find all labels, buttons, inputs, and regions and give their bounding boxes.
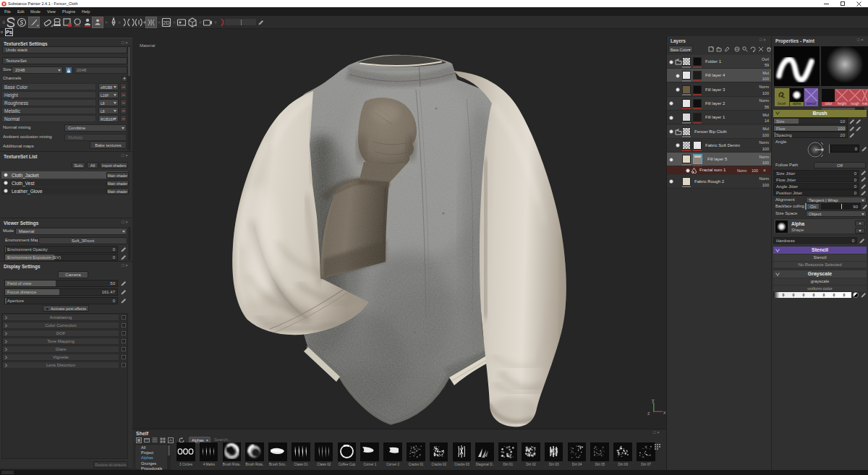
svg-text:z: z — [647, 411, 650, 416]
svg-text:2D: 2D — [163, 20, 170, 25]
svg-text:y: y — [652, 398, 655, 403]
